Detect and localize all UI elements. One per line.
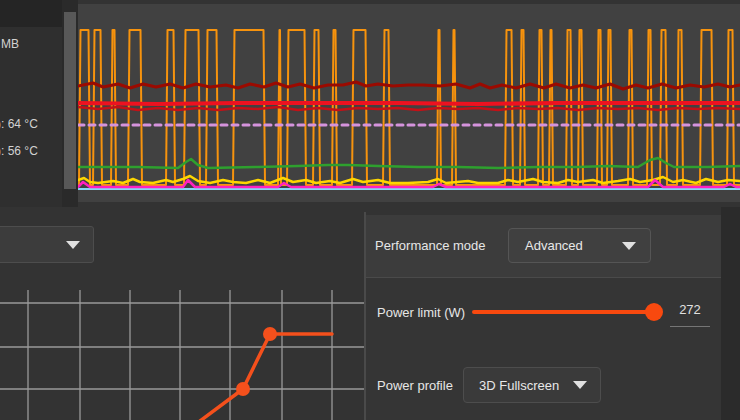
fan-curve-point[interactable] bbox=[236, 382, 250, 396]
fan-curve-point[interactable] bbox=[263, 327, 277, 341]
sensor-panel: MB ): 64 °C ): 56 °C bbox=[0, 0, 62, 207]
chevron-down-icon bbox=[573, 381, 587, 389]
performance-mode-select[interactable]: Advanced bbox=[508, 228, 651, 263]
performance-mode-label: Performance mode bbox=[375, 238, 486, 253]
power-limit-value-input[interactable]: 272 bbox=[668, 302, 712, 317]
performance-mode-value: Advanced bbox=[525, 238, 583, 253]
power-profile-value: 3D Fullscreen bbox=[479, 378, 559, 393]
power-profile-select[interactable]: 3D Fullscreen bbox=[463, 367, 601, 403]
sensor-memory-value: MB bbox=[1, 37, 19, 51]
sensor-temp-1: ): 64 °C bbox=[0, 117, 38, 131]
chevron-down-icon bbox=[66, 241, 80, 249]
fan-mode-select[interactable] bbox=[0, 226, 94, 263]
fan-curve-chart[interactable] bbox=[0, 290, 364, 420]
gpu-control-app-window: MB ): 64 °C ): 56 °C Performance mode Ad… bbox=[0, 0, 740, 420]
power-limit-slider-track[interactable] bbox=[472, 310, 658, 314]
power-limit-value-underline bbox=[670, 326, 710, 327]
sensor-panel-header bbox=[0, 0, 62, 27]
right-margin bbox=[721, 207, 740, 420]
monitoring-graph-panel bbox=[78, 4, 740, 202]
power-limit-slider-thumb[interactable] bbox=[645, 303, 663, 321]
chevron-down-icon bbox=[622, 242, 636, 250]
sensor-temp-2: ): 56 °C bbox=[0, 144, 38, 158]
power-profile-label: Power profile bbox=[377, 378, 453, 393]
monitoring-graph bbox=[78, 4, 740, 202]
power-limit-label: Power limit (W) bbox=[377, 305, 465, 320]
scrollbar-thumb[interactable] bbox=[64, 12, 76, 189]
